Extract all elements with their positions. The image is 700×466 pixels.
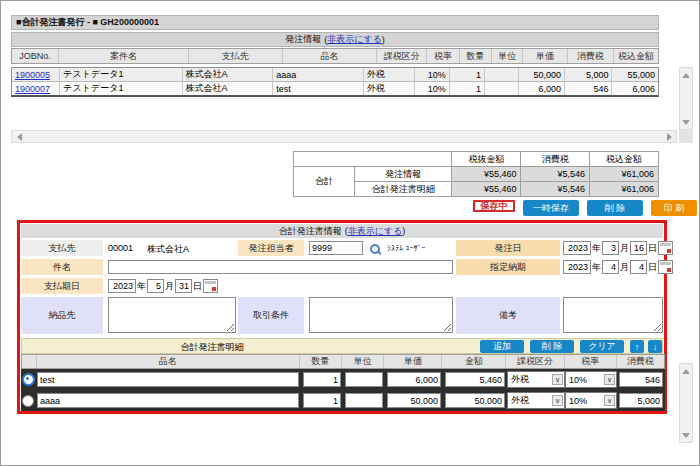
terms-textarea[interactable] — [309, 297, 453, 333]
delivery-date-day-input[interactable] — [630, 260, 647, 274]
order-form-header: 合計発注書情報 (非表示にする) — [21, 224, 663, 238]
col-item-name: 品名 — [283, 49, 377, 63]
year-suffix: 年 — [592, 242, 601, 255]
calendar-icon[interactable] — [658, 241, 673, 255]
staff-lookup-icon[interactable] — [370, 244, 382, 256]
col-tax: 消費税 — [617, 355, 664, 368]
detail-add-button[interactable]: 追加 — [480, 340, 524, 353]
cell-qty: 1 — [450, 82, 485, 95]
jobno-link[interactable]: 1900007 — [15, 84, 50, 94]
calendar-icon[interactable] — [203, 279, 218, 293]
payee-name: 株式会社A — [147, 243, 189, 256]
delivery-date-month-input[interactable] — [602, 260, 619, 274]
detail-vertical-scrollbar[interactable] — [679, 363, 693, 443]
order-date-day-input[interactable] — [630, 241, 647, 255]
amount-input[interactable] — [445, 372, 505, 387]
cell-tax-class: 外税 — [364, 68, 415, 81]
qty-input[interactable] — [303, 393, 341, 408]
qty-input[interactable] — [303, 372, 341, 387]
calendar-icon[interactable] — [658, 260, 673, 274]
cell-unit-price: 50,000 — [519, 68, 565, 81]
col-qty: 数量 — [300, 355, 342, 368]
tax-class-select[interactable]: 外税∨ — [507, 371, 565, 388]
delivery-date-year-input[interactable] — [563, 260, 591, 274]
print-button[interactable]: 印 刷 — [651, 200, 697, 216]
detail-clear-button[interactable]: クリア — [580, 340, 624, 353]
col-jobno: JOBNo. — [12, 49, 59, 63]
detail-header-bar: 合計発注書明細 追加 削 除 クリア ↑ ↓ — [21, 338, 663, 354]
detail-move-down-button[interactable]: ↓ — [648, 340, 662, 353]
delivery-to-label: 納品先 — [21, 297, 103, 334]
scroll-up-button[interactable] — [680, 69, 692, 81]
scroll-right-button[interactable] — [663, 131, 675, 143]
unit-price-input[interactable] — [387, 393, 441, 408]
detail-delete-button[interactable]: 削 除 — [530, 340, 574, 353]
summary-tax-value: ¥5,546 — [521, 182, 589, 197]
summary-row-label: 合計発注書明細 — [354, 182, 452, 197]
hide-order-form-link[interactable]: 非表示にする — [348, 225, 403, 238]
detail-move-up-button[interactable]: ↑ — [630, 340, 644, 353]
app-window: ■合計発注書発行 - ■ GH200000001 発注情報 (非表示にする) J… — [0, 0, 700, 466]
month-suffix: 月 — [620, 261, 629, 274]
cell-total: 55,000 — [612, 68, 658, 81]
table-horizontal-scrollbar[interactable] — [11, 130, 677, 143]
summary-col-excl: 税抜金額 — [452, 152, 521, 167]
order-date-group: 年 月 日 — [563, 241, 673, 255]
tax-class-value: 外税 — [511, 373, 529, 386]
col-tax-class: 課税区分 — [506, 355, 564, 368]
cell-payee: 株式会社A — [183, 68, 274, 81]
col-amount: 金額 — [442, 355, 506, 368]
scroll-up-button[interactable] — [680, 365, 692, 377]
unit-input[interactable] — [345, 393, 383, 408]
payment-date-month-input[interactable] — [147, 279, 164, 293]
delete-button[interactable]: 削 除 — [587, 200, 643, 216]
order-date-month-input[interactable] — [602, 241, 619, 255]
scrollbar-corner — [679, 130, 693, 143]
tax-input[interactable] — [619, 372, 663, 387]
jobno-link[interactable]: 1900005 — [15, 70, 50, 80]
unit-price-input[interactable] — [387, 372, 441, 387]
detail-title: 合計発注書明細 — [22, 341, 402, 354]
order-date-year-input[interactable] — [563, 241, 591, 255]
item-name-input[interactable] — [37, 393, 299, 408]
subject-input[interactable] — [108, 260, 453, 274]
row-select-radio[interactable] — [22, 395, 34, 407]
unit-input[interactable] — [345, 372, 383, 387]
delivery-date-label: 指定納期 — [456, 259, 560, 275]
year-suffix: 年 — [137, 280, 146, 293]
summary-tax-value: ¥5,546 — [521, 167, 589, 182]
table-vertical-scrollbar[interactable] — [679, 67, 693, 130]
cell-qty: 1 — [450, 68, 485, 81]
scroll-down-button[interactable] — [680, 429, 692, 441]
delivery-to-textarea[interactable] — [108, 297, 236, 333]
col-unit: 単位 — [492, 49, 523, 63]
tax-rate-value: 10% — [569, 375, 587, 385]
col-total: 税込金額 — [614, 49, 658, 63]
staff-code-input[interactable] — [309, 241, 363, 255]
hide-order-info-link[interactable]: 非表示にする — [327, 33, 382, 46]
payee-code: 00001 — [108, 243, 133, 253]
tax-rate-select[interactable]: 10%∨ — [565, 392, 617, 409]
payment-date-day-input[interactable] — [175, 279, 192, 293]
cell-tax-class: 外税 — [364, 82, 415, 95]
day-suffix: 日 — [193, 280, 202, 293]
chevron-down-icon: ∨ — [552, 395, 563, 406]
tax-rate-select[interactable]: 10%∨ — [565, 371, 617, 388]
remarks-textarea[interactable] — [563, 297, 663, 333]
scroll-down-button[interactable] — [680, 116, 692, 128]
detail-table-header: 品名 数量 単位 単価 金額 課税区分 税率 消費税 — [21, 354, 665, 369]
tax-class-select[interactable]: 外税∨ — [507, 392, 565, 409]
month-suffix: 月 — [620, 242, 629, 255]
amount-input[interactable] — [445, 393, 505, 408]
payment-date-year-input[interactable] — [108, 279, 136, 293]
tax-input[interactable] — [619, 393, 663, 408]
subject-label: 件名 — [21, 259, 103, 275]
order-info-header: 発注情報 (非表示にする) — [11, 32, 659, 47]
chevron-down-icon: ∨ — [604, 395, 615, 406]
window-title-bar: ■合計発注書発行 - ■ GH200000001 — [11, 15, 659, 30]
scroll-left-button[interactable] — [13, 131, 25, 143]
row-select-radio[interactable] — [22, 373, 35, 386]
item-name-input[interactable] — [37, 372, 299, 387]
payment-date-label: 支払期日 — [21, 278, 103, 294]
temp-save-button[interactable]: 一時保存 — [523, 200, 579, 216]
